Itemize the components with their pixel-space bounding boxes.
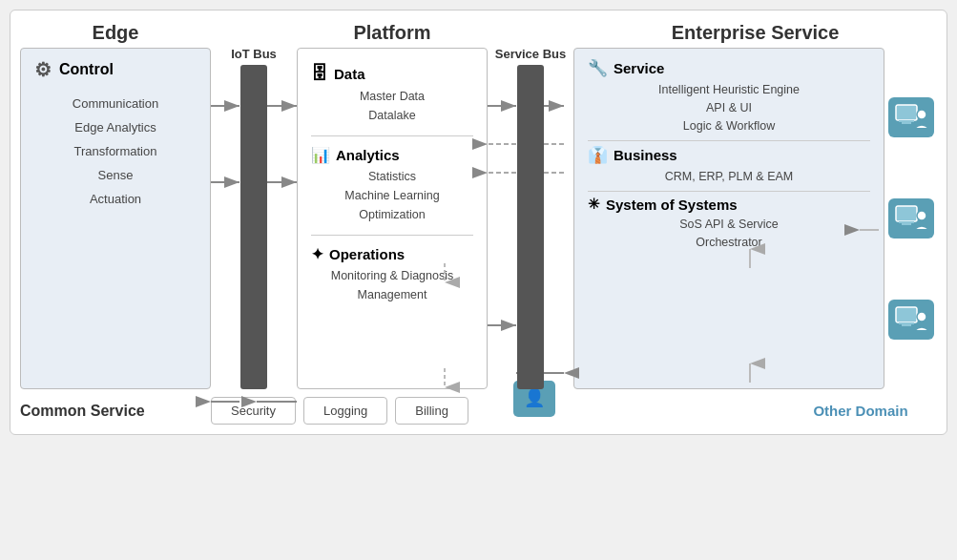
platform-optimization: Optimization (359, 208, 425, 221)
gear-icon: ⚙ (34, 58, 52, 81)
edge-box: ⚙ Control Communication Edge Analytics T… (20, 48, 211, 389)
enterprise-sos-api: SoS API & Service (679, 218, 779, 231)
platform-analytics-title: 📊 Analytics (311, 146, 473, 164)
platform-monitoring: Monitoring & Diagnosis (331, 269, 454, 282)
svg-rect-4 (896, 206, 917, 221)
edge-item-sense: Sense (98, 168, 134, 182)
platform-data-section: 🗄 Data Master Data Datalake (311, 58, 473, 132)
bottom-section: Common Service Security Logging Billing … (20, 389, 937, 425)
common-logging: Logging (303, 397, 387, 425)
enterprise-api-ui: API & UI (706, 101, 752, 114)
iotbus-column: IoT Bus (211, 22, 297, 389)
svg-rect-2 (902, 122, 911, 124)
edge-header: Edge (20, 22, 211, 48)
svg-rect-0 (896, 105, 917, 120)
enterprise-business-title: 👔 Business (588, 145, 870, 165)
database-icon: 🗄 (311, 64, 328, 84)
platform-analytics-items: Statistics Machine Learning Optimization (311, 170, 473, 225)
person-badge-service (888, 97, 934, 137)
svg-point-7 (917, 211, 926, 220)
other-domain-label: Other Domain (765, 403, 937, 419)
control-label: Control (59, 61, 114, 78)
edge-column: Edge ⚙ Control Communication Edge Analyt… (20, 22, 211, 389)
person-badge-sos (888, 300, 934, 340)
edge-item-actuation: Actuation (90, 192, 141, 206)
platform-statistics: Statistics (368, 170, 416, 183)
sos-icon: ✳ (588, 196, 600, 213)
edge-item-communication: Communication (73, 96, 158, 111)
common-service-label: Common Service (20, 403, 211, 420)
ops-icon: ✦ (311, 245, 323, 263)
svg-rect-1 (899, 120, 914, 122)
enterprise-heuristic: Intelligent Heuristic Engine (658, 83, 800, 96)
enterprise-business-section: 👔 Business CRM, ERP, PLM & EAM (588, 145, 870, 183)
person-icons-column (884, 48, 937, 389)
enterprise-inner: 🔧 Service Intelligent Heuristic Engine A… (573, 48, 937, 389)
person-badge-business (888, 198, 934, 239)
enterprise-business-items: CRM, ERP, PLM & EAM (588, 170, 870, 183)
enterprise-logic-workflow: Logic & Workflow (683, 119, 775, 133)
platform-ml: Machine Learning (344, 189, 439, 202)
edge-items: Communication Edge Analytics Transformat… (34, 96, 197, 206)
svg-rect-6 (902, 223, 911, 225)
enterprise-crm: CRM, ERP, PLM & EAM (665, 170, 794, 183)
svg-rect-5 (899, 221, 914, 223)
enterprise-service-items: Intelligent Heuristic Engine API & UI Lo… (588, 83, 870, 133)
enterprise-header: Enterprise Service (573, 22, 937, 48)
enterprise-service-title: 🔧 Service (588, 58, 870, 78)
platform-ops-items: Monitoring & Diagnosis Management (311, 269, 473, 305)
platform-data-items: Master Data Datalake (311, 90, 473, 126)
iotbus-bar (240, 65, 267, 389)
business-icon: 👔 (588, 145, 608, 165)
platform-analytics-section: 📊 Analytics Statistics Machine Learning … (311, 140, 473, 231)
servicebus-column: Service Bus (488, 22, 573, 389)
enterprise-box: 🔧 Service Intelligent Heuristic Engine A… (573, 48, 884, 389)
common-billing: Billing (395, 397, 468, 425)
platform-operations-title: ✦ Operations (311, 245, 473, 263)
common-security: Security (211, 397, 296, 425)
enterprise-sos-title: ✳ System of Systems (588, 196, 870, 213)
edge-item-transformation: Transformation (74, 144, 157, 158)
enterprise-column: Enterprise Service 🔧 Service Intelligent (573, 22, 937, 389)
edge-item-edge-analytics: Edge Analytics (74, 120, 156, 135)
svg-rect-8 (896, 307, 917, 322)
svg-point-3 (917, 110, 926, 119)
platform-master-data: Master Data (360, 90, 425, 103)
platform-header: Platform (297, 22, 488, 48)
platform-management: Management (358, 288, 427, 301)
svg-rect-10 (902, 324, 911, 326)
svg-rect-9 (899, 322, 914, 324)
enterprise-sos-section: ✳ System of Systems SoS API & Service Or… (588, 196, 870, 249)
platform-datalake: Datalake (368, 109, 415, 122)
analytics-icon: 📊 (311, 146, 330, 164)
platform-operations-section: ✦ Operations Monitoring & Diagnosis Mana… (311, 239, 473, 311)
common-service-items: Security Logging Billing (211, 397, 765, 425)
servicebus-label: Service Bus (495, 47, 566, 61)
platform-data-title: 🗄 Data (311, 64, 473, 84)
enterprise-orchestrator: Orchestrator (696, 236, 761, 249)
service-icon: 🔧 (588, 58, 608, 78)
control-title: ⚙ Control (34, 58, 197, 85)
svg-point-11 (917, 312, 926, 321)
platform-box: 🗄 Data Master Data Datalake (297, 48, 488, 389)
platform-column: Platform 🗄 Data Master Data Datalake (297, 22, 488, 389)
servicebus-bar (517, 65, 544, 389)
enterprise-service-section: 🔧 Service Intelligent Heuristic Engine A… (588, 58, 870, 133)
enterprise-sos-items: SoS API & Service Orchestrator (588, 218, 870, 249)
iotbus-label: IoT Bus (231, 47, 277, 61)
